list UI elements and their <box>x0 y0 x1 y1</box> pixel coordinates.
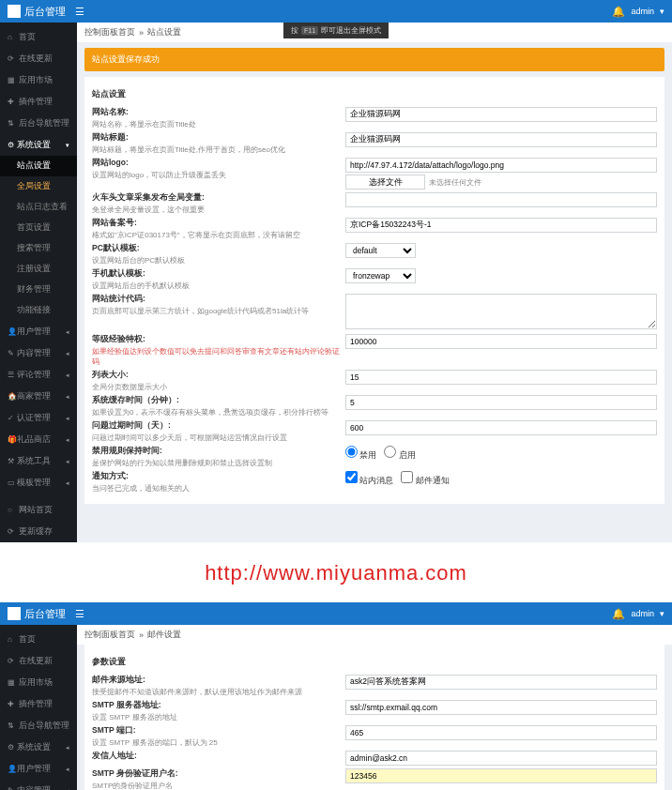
field-hint: 页面底部可以显示第三方统计，如google统计代码或者51la统计等 <box>92 306 345 316</box>
breadcrumb: 控制面板首页 » 邮件设置 <box>77 625 672 645</box>
field-label: 网站logo: <box>92 158 345 169</box>
bell-icon[interactable]: 🔔 <box>612 6 625 18</box>
nav-merchant[interactable]: 🏠 商家管理◂ <box>0 386 77 407</box>
nav-user2[interactable]: 👤 用户管理◂ <box>0 758 77 780</box>
text-input[interactable] <box>345 158 657 173</box>
text-input[interactable] <box>345 334 657 349</box>
field-label: SMTP 端口: <box>92 725 345 737</box>
text-input[interactable] <box>345 218 657 233</box>
nav-market[interactable]: ▦应用市场 <box>0 672 77 693</box>
logo-icon <box>8 607 21 620</box>
nav-refresh[interactable]: ⟳更新缓存 <box>0 521 77 542</box>
nav-finance[interactable]: 财务管理 <box>0 280 77 300</box>
section-title: 站点设置 <box>92 84 657 104</box>
logo-icon <box>8 5 21 18</box>
field-hint: 设置 SMTP 服务器的端口，默认为 25 <box>92 737 345 748</box>
field-hint: 设置网站后台的PC默认模板 <box>92 255 345 266</box>
sidebar: ⌂首页 ⟳在线更新 ▦应用市场 ✚插件管理 ⇅后台导航管理 ⚙ 系统设置◂ 👤 … <box>0 625 77 790</box>
textarea-input[interactable] <box>345 294 657 329</box>
nav-home[interactable]: ⌂首页 <box>0 629 77 650</box>
field-label: 发信人地址: <box>92 751 345 762</box>
select-input[interactable]: default <box>345 243 416 258</box>
field-label: 网站名称: <box>92 107 345 118</box>
select-input[interactable]: fronzewap <box>345 268 416 283</box>
check-mail[interactable] <box>401 471 413 483</box>
nav-funclinks[interactable]: 功能链接 <box>0 300 77 321</box>
file-hint: 未选择任何文件 <box>429 178 481 187</box>
sidebar: ⌂首页 ⟳在线更新 ▦应用市场 ✚插件管理 ⇅后台导航管理 ⚙ 系统设置▾ 站点… <box>0 23 77 542</box>
nav-global[interactable]: 全局设置 <box>0 176 77 197</box>
nav-tools[interactable]: ⚒ 系统工具◂ <box>0 450 77 472</box>
text-input[interactable] <box>345 420 657 435</box>
nav-register[interactable]: 注册设置 <box>0 259 77 280</box>
nav-user[interactable]: 👤 用户管理◂ <box>0 321 77 342</box>
f11-tip: 按F11即可退出全屏模式 <box>283 23 389 38</box>
field-hint: 设置 SMTP 服务器的地址 <box>92 712 345 722</box>
nav-template[interactable]: ▭ 模板管理◂ <box>0 472 77 494</box>
text-input[interactable] <box>345 768 657 783</box>
field-label: 网站统计代码: <box>92 294 345 305</box>
user-menu[interactable]: admin <box>631 7 654 16</box>
nav-home[interactable]: ⌂首页 <box>0 26 77 48</box>
text-input[interactable] <box>345 751 657 766</box>
field-hint: 网站标题，将显示在页面Title处,作用于首页，用的seo优化 <box>92 144 345 155</box>
text-input[interactable] <box>345 725 657 740</box>
user-menu[interactable]: admin <box>631 609 654 618</box>
field-hint: SMTP的身份验证用户名 <box>92 781 345 790</box>
nav-content[interactable]: ✎ 内容管理◂ <box>0 342 77 364</box>
check-msg[interactable] <box>345 471 358 483</box>
text-input[interactable] <box>345 675 657 690</box>
nav-site-settings[interactable]: 站点设置 <box>0 156 77 176</box>
radio-enable[interactable] <box>384 446 396 458</box>
field-label: 网站备案号: <box>92 218 345 229</box>
field-label: 网站标题: <box>92 132 345 144</box>
field-label: SMTP 服务器地址: <box>92 700 345 711</box>
nav-search[interactable]: 搜索管理 <box>0 238 77 259</box>
nav-sitelog[interactable]: 站点日志查看 <box>0 197 77 218</box>
chevron-down-icon: ▾ <box>66 142 69 149</box>
field-label: 手机默认模板: <box>92 268 345 280</box>
nav-comment[interactable]: ☰ 评论管理◂ <box>0 364 77 386</box>
field-label: PC默认模板: <box>92 243 345 254</box>
text-input[interactable] <box>345 700 657 715</box>
field-label: 邮件来源地址: <box>92 675 345 686</box>
nav-system[interactable]: ⚙ 系统设置▾ <box>0 134 77 156</box>
file-button[interactable]: 选择文件 <box>345 175 425 190</box>
nav-update[interactable]: ⟳在线更新 <box>0 48 77 69</box>
nav-plugin[interactable]: ✚插件管理 <box>0 91 77 113</box>
field-hint: 设置网站后台的手机默认模板 <box>92 281 345 291</box>
watermark: http://www.miyuanma.com <box>0 561 672 585</box>
field-label: 系统缓存时间（分钟）: <box>92 395 345 406</box>
radio-disable[interactable] <box>345 446 358 458</box>
field-label: SMTP 身份验证用户名: <box>92 768 345 780</box>
nav-market[interactable]: ▦应用市场 <box>0 69 77 91</box>
field-hint: 接受提邮件不知道该邮件来源时，默认使用该地址作为邮件来源 <box>92 687 345 697</box>
nav-gift[interactable]: 🎁 礼品商店◂ <box>0 429 77 450</box>
nav-update[interactable]: ⟳在线更新 <box>0 650 77 672</box>
field-hint: 问题过期时间可以多少天后，可根据网站运营情况自行设置 <box>92 433 345 443</box>
text-input[interactable] <box>345 370 657 385</box>
field-hint: 免登录全局变量设置，这个很重要 <box>92 205 345 215</box>
bell-icon[interactable]: 🔔 <box>612 608 625 620</box>
text-input[interactable] <box>345 192 657 207</box>
nav-sitehome[interactable]: ○网站首页 <box>0 499 77 521</box>
nav-cert[interactable]: ✓ 认证管理◂ <box>0 407 77 429</box>
nav-backend[interactable]: ⇅后台导航管理 <box>0 715 77 737</box>
field-label: 火车头文章采集发布全局变量: <box>92 192 345 204</box>
field-hint: 当问答已完成，通知相关的人 <box>92 483 345 494</box>
field-label: 问题过期时间（天）: <box>92 420 345 432</box>
nav-content2[interactable]: ✎ 内容管理◂ <box>0 780 77 790</box>
nav-backend[interactable]: ⇅后台导航管理 <box>0 113 77 134</box>
nav-homepage[interactable]: 首页设置 <box>0 218 77 238</box>
field-label: 通知方式: <box>92 471 345 482</box>
field-hint: 网站名称，将显示在页面Title处 <box>92 119 345 129</box>
field-hint: 如果经验值达到设个数值可以免去提问和回答审查有文章还有站内评论验证码 <box>92 346 345 367</box>
nav-plugin[interactable]: ✚插件管理 <box>0 693 77 715</box>
nav-system2[interactable]: ⚙ 系统设置◂ <box>0 737 77 758</box>
field-label: 列表大小: <box>92 370 345 381</box>
field-hint: 全局分页数据显示大小 <box>92 382 345 392</box>
field-hint: 是保护网站的行为知以禁用删除规则和禁止选择设置制 <box>92 458 345 468</box>
text-input[interactable] <box>345 107 657 122</box>
text-input[interactable] <box>345 132 657 147</box>
text-input[interactable] <box>345 395 657 410</box>
